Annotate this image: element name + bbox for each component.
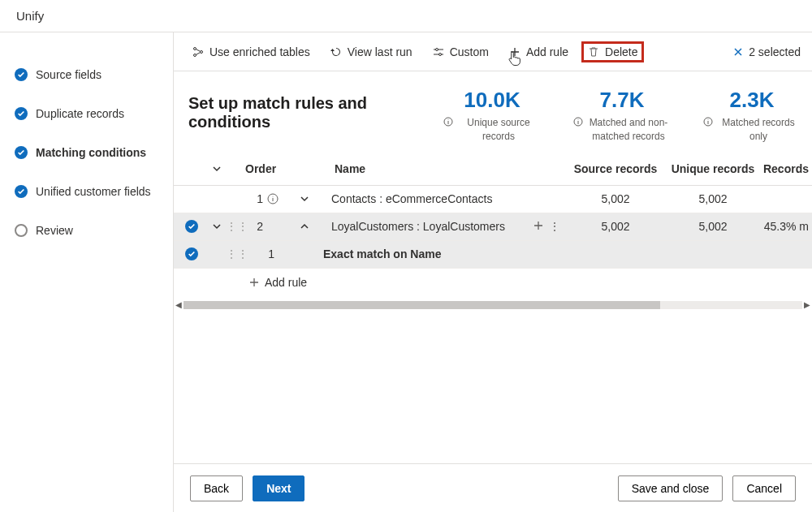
- table-header: Order Name Source records Unique records…: [174, 153, 812, 186]
- scroll-thumb[interactable]: [184, 301, 660, 309]
- col-unique[interactable]: Unique records: [664, 162, 762, 175]
- step-label: Source fields: [36, 68, 102, 81]
- delete-button[interactable]: Delete: [581, 41, 643, 62]
- info-icon[interactable]: [703, 117, 713, 127]
- step-label: Unified customer fields: [36, 185, 151, 198]
- svg-point-4: [438, 53, 441, 55]
- stat-value: 10.0K: [443, 88, 541, 113]
- close-icon: [732, 46, 744, 58]
- trash-icon: [587, 45, 600, 58]
- save-and-close-button[interactable]: Save and close: [618, 475, 723, 501]
- col-records[interactable]: Records: [762, 162, 812, 175]
- stat-matched-nonmatched: 7.7K Matched and non-matched records: [573, 88, 671, 144]
- toolbar-label: Delete: [605, 45, 637, 58]
- svg-point-1: [194, 54, 197, 56]
- custom-button[interactable]: Custom: [425, 41, 495, 63]
- toolbar-label: Custom: [450, 45, 489, 58]
- plus-icon: [248, 277, 260, 288]
- steps-sidebar: Source fields Duplicate records Matching…: [0, 32, 173, 512]
- step-duplicate-records[interactable]: Duplicate records: [0, 94, 173, 133]
- info-icon[interactable]: [443, 117, 453, 127]
- plus-icon[interactable]: [533, 220, 544, 231]
- row-unique: 5,002: [664, 220, 762, 233]
- stat-label: Matched records only: [716, 116, 801, 144]
- app-title: Unify: [16, 9, 44, 23]
- view-last-run-button[interactable]: View last run: [323, 41, 419, 63]
- row-index: 1: [245, 192, 263, 205]
- selection-count-label: 2 selected: [749, 45, 801, 58]
- step-matching-conditions[interactable]: Matching conditions: [0, 133, 173, 172]
- drag-handle-icon[interactable]: ⋮⋮: [229, 247, 245, 260]
- use-enriched-tables-button[interactable]: Use enriched tables: [185, 41, 317, 63]
- table-row[interactable]: 1 Contacts : eCommerceContacts 5,002 5,0…: [174, 186, 812, 213]
- table-row[interactable]: ⋮⋮ 2 LoyalCustomers : LoyalCustomers ⋮ 5…: [174, 213, 812, 241]
- toolbar-label: Use enriched tables: [209, 45, 310, 58]
- row-source: 5,002: [567, 192, 664, 205]
- scroll-left-icon[interactable]: ◀: [174, 300, 184, 309]
- more-icon[interactable]: ⋮: [549, 220, 560, 233]
- check-icon: [15, 185, 28, 198]
- next-button[interactable]: Next: [253, 475, 304, 501]
- step-source-fields[interactable]: Source fields: [0, 55, 173, 94]
- cursor-hand-icon: [508, 50, 522, 67]
- stat-matched-only: 2.3K Matched records only: [703, 88, 801, 144]
- table-row[interactable]: ⋮⋮ 1 Exact match on Name: [174, 241, 812, 269]
- stat-label: Unique source records: [456, 116, 541, 144]
- row-records: 45.3% m: [762, 220, 812, 233]
- scroll-track[interactable]: [184, 301, 802, 309]
- row-checkbox[interactable]: [185, 247, 198, 260]
- info-icon[interactable]: [573, 117, 583, 127]
- row-name: LoyalCustomers : LoyalCustomers: [326, 220, 526, 233]
- toolbar: Use enriched tables View last run Custom…: [174, 32, 812, 71]
- svg-point-2: [201, 50, 203, 53]
- page-heading: Set up match rules and conditions: [188, 94, 443, 131]
- row-name: Exact match on Name: [318, 247, 526, 260]
- chevron-down-icon[interactable]: [211, 163, 222, 174]
- row-checkbox[interactable]: [185, 220, 198, 233]
- selection-count[interactable]: 2 selected: [732, 45, 801, 58]
- history-icon: [330, 45, 343, 58]
- add-rule-row-button[interactable]: Add rule: [174, 269, 812, 296]
- toolbar-label: View last run: [348, 45, 412, 58]
- toolbar-label: Add rule: [526, 45, 568, 58]
- row-name: Contacts : eCommerceContacts: [326, 192, 526, 205]
- row-source: 5,002: [567, 220, 664, 233]
- svg-point-0: [194, 47, 197, 49]
- footer: Back Next Save and close Cancel: [174, 463, 812, 512]
- row-unique: 5,002: [664, 192, 762, 205]
- step-label: Review: [36, 224, 73, 237]
- horizontal-scrollbar[interactable]: ◀ ▶: [174, 299, 812, 311]
- add-rule-label: Add rule: [265, 276, 307, 289]
- step-label: Duplicate records: [36, 107, 124, 120]
- info-icon[interactable]: [267, 193, 279, 204]
- stat-unique-source: 10.0K Unique source records: [443, 88, 541, 144]
- col-source[interactable]: Source records: [567, 162, 664, 175]
- back-button[interactable]: Back: [190, 475, 243, 501]
- drag-handle-icon[interactable]: ⋮⋮: [229, 220, 245, 233]
- sliders-icon: [432, 45, 445, 58]
- scroll-right-icon[interactable]: ▶: [802, 300, 812, 309]
- stat-label: Matched and non-matched records: [586, 116, 671, 144]
- step-label: Matching conditions: [36, 146, 146, 159]
- col-order[interactable]: Order: [245, 162, 286, 175]
- svg-point-3: [435, 48, 438, 50]
- row-index: 1: [261, 247, 274, 260]
- circle-icon: [15, 224, 28, 237]
- row-index: 2: [245, 220, 263, 233]
- check-icon: [15, 107, 28, 120]
- cancel-button[interactable]: Cancel: [732, 475, 796, 501]
- match-rules-table: Order Name Source records Unique records…: [174, 153, 812, 311]
- stat-value: 2.3K: [703, 88, 801, 113]
- step-unified-customer-fields[interactable]: Unified customer fields: [0, 172, 173, 211]
- stat-value: 7.7K: [573, 88, 671, 113]
- col-name[interactable]: Name: [330, 162, 567, 175]
- check-icon: [15, 146, 28, 159]
- chevron-up-icon[interactable]: [299, 221, 310, 232]
- step-review[interactable]: Review: [0, 211, 173, 250]
- check-icon: [15, 68, 28, 81]
- chevron-down-icon[interactable]: [299, 193, 310, 204]
- share-icon: [192, 45, 205, 58]
- chevron-down-icon[interactable]: [211, 221, 222, 232]
